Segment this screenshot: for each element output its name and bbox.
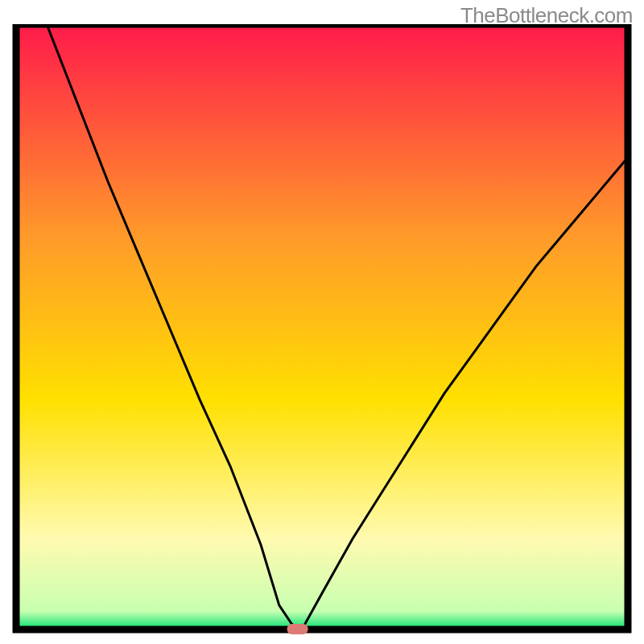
optimum-marker xyxy=(287,624,308,634)
bottleneck-chart xyxy=(10,24,634,636)
plot-background xyxy=(16,24,628,630)
watermark-text: TheBottleneck.com xyxy=(460,3,633,28)
chart-container: { "watermark": "TheBottleneck.com", "cha… xyxy=(0,0,644,644)
